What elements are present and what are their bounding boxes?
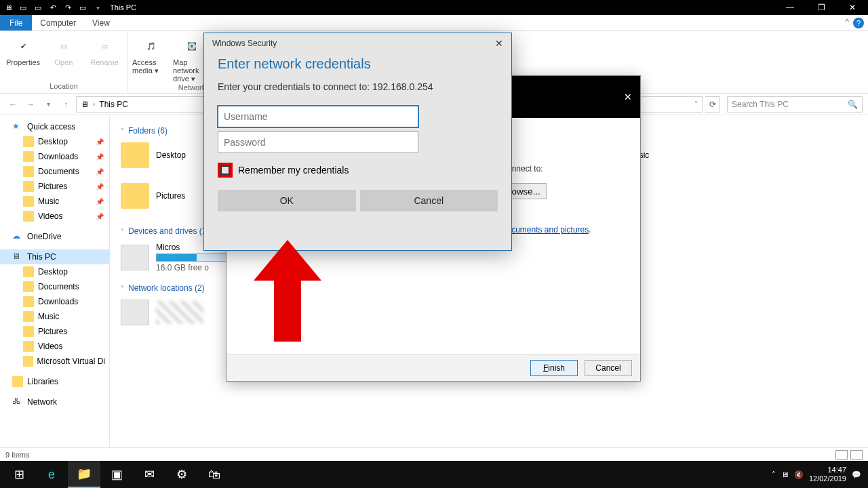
pc-icon: 🖥 bbox=[81, 100, 89, 109]
minimize-button[interactable]: — bbox=[774, 0, 806, 15]
access-media-button[interactable]: 🎵Access media ▾ bbox=[132, 33, 170, 83]
taskbar: ⊞ e 📁 ▣ ✉ ⚙ 🛍 ˄ 🖥 🔇 14:47 12/02/2019 💬 bbox=[0, 461, 868, 488]
password-input[interactable] bbox=[218, 131, 418, 153]
status-bar: 9 items bbox=[0, 447, 868, 461]
help-icon[interactable]: ? bbox=[853, 18, 864, 28]
tree-item[interactable]: Videos📌 bbox=[0, 209, 109, 224]
ql-icon[interactable]: ▭ bbox=[33, 2, 43, 13]
dialog-message: Enter your credentials to connect to: 19… bbox=[204, 79, 511, 102]
dialog-titlebar: Windows Security ✕ bbox=[204, 33, 511, 54]
pin-icon: 📌 bbox=[96, 153, 104, 161]
remember-label: Remember my credentials bbox=[238, 165, 349, 176]
remember-checkbox[interactable] bbox=[218, 163, 233, 178]
pin-icon: 📌 bbox=[96, 168, 104, 176]
dialog-close-button[interactable]: ✕ bbox=[495, 38, 503, 49]
ql-icon[interactable]: ▭ bbox=[18, 2, 28, 13]
window-title: This PC bbox=[110, 3, 136, 12]
folder-item[interactable]: Pictures bbox=[121, 183, 186, 209]
tree-this-pc[interactable]: 🖥This PC bbox=[0, 249, 109, 264]
tab-file[interactable]: File bbox=[0, 15, 32, 30]
view-large-button[interactable] bbox=[850, 450, 863, 460]
tray-volume-icon[interactable]: 🔇 bbox=[794, 470, 804, 479]
tray-clock[interactable]: 14:47 12/02/2019 bbox=[809, 466, 846, 483]
tray-notifications-icon[interactable]: 💬 bbox=[852, 470, 861, 479]
task-settings[interactable]: ⚙ bbox=[165, 461, 198, 488]
open-button[interactable]: ▭Open bbox=[45, 33, 83, 82]
tree-network[interactable]: 🖧Network bbox=[0, 394, 109, 409]
search-placeholder: Search This PC bbox=[732, 100, 789, 109]
tab-view[interactable]: View bbox=[84, 15, 118, 30]
username-input[interactable] bbox=[218, 106, 418, 127]
ql-icon[interactable]: ▭ bbox=[77, 2, 88, 13]
task-mail[interactable]: ✉ bbox=[133, 461, 165, 488]
tree-onedrive[interactable]: ☁OneDrive bbox=[0, 229, 109, 244]
tree-item[interactable]: Desktop📌 bbox=[0, 134, 109, 149]
tree-item[interactable]: Pictures📌 bbox=[0, 179, 109, 194]
wizard-cancel-button[interactable]: Cancel bbox=[585, 360, 632, 376]
ribbon-group-label: Location bbox=[4, 82, 123, 92]
tree-item[interactable]: Music bbox=[0, 309, 109, 324]
drive-usage-bar bbox=[156, 253, 237, 262]
dialog-title: Enter network credentials bbox=[204, 54, 511, 79]
history-dropdown[interactable]: ▾ bbox=[41, 100, 56, 108]
window-titlebar: 🖥 ▭ ▭ ↶ ↷ ▭ ▾ This PC — ❐ ✕ bbox=[0, 0, 868, 15]
dialog-caption: Windows Security bbox=[212, 39, 277, 48]
ribbon-tabs: File Computer View ^ ? bbox=[0, 15, 868, 31]
tree-quick-access[interactable]: ★Quick access bbox=[0, 119, 109, 134]
netloc-icon bbox=[121, 300, 149, 325]
maximize-button[interactable]: ❐ bbox=[806, 0, 837, 15]
cancel-button[interactable]: Cancel bbox=[360, 190, 498, 211]
collapse-ribbon-icon[interactable]: ^ bbox=[846, 18, 849, 26]
undo-icon[interactable]: ↶ bbox=[47, 2, 58, 13]
rename-button[interactable]: ▭Rename bbox=[85, 33, 123, 82]
tree-item[interactable]: Desktop bbox=[0, 264, 109, 279]
search-icon: 🔍 bbox=[848, 100, 858, 109]
finish-button[interactable]: Finish bbox=[530, 360, 578, 376]
search-input[interactable]: Search This PC 🔍 bbox=[727, 96, 863, 113]
quick-launch: 🖥 ▭ ▭ ↶ ↷ ▭ ▾ bbox=[3, 2, 103, 13]
pin-icon: 📌 bbox=[96, 138, 104, 146]
chevron-right-icon: › bbox=[93, 100, 95, 108]
close-button[interactable]: ✕ bbox=[837, 0, 868, 15]
status-items: 9 items bbox=[5, 451, 29, 459]
pin-icon: 📌 bbox=[96, 198, 104, 205]
system-tray[interactable]: ˄ 🖥 🔇 14:47 12/02/2019 💬 bbox=[772, 466, 865, 483]
tree-item[interactable]: Music📌 bbox=[0, 194, 109, 209]
drive-free: 16.0 GB free o bbox=[156, 263, 237, 272]
tree-item[interactable]: Downloads📌 bbox=[0, 149, 109, 164]
tree-item[interactable]: Microsoft Virtual Di bbox=[0, 354, 109, 369]
nav-tree: ★Quick access Desktop📌 Downloads📌 Docume… bbox=[0, 115, 110, 447]
view-details-button[interactable] bbox=[835, 450, 848, 460]
start-button[interactable]: ⊞ bbox=[3, 461, 35, 488]
tab-computer[interactable]: Computer bbox=[32, 15, 84, 30]
task-edge[interactable]: e bbox=[35, 461, 68, 488]
tree-item[interactable]: Documents📌 bbox=[0, 164, 109, 179]
back-button[interactable]: ← bbox=[5, 100, 20, 109]
folder-item[interactable]: Desktop bbox=[121, 142, 186, 168]
wizard-prompt: connect to: bbox=[503, 164, 621, 174]
forward-button[interactable]: → bbox=[23, 100, 38, 109]
ok-button[interactable]: OK bbox=[218, 190, 356, 211]
tree-item[interactable]: Pictures bbox=[0, 324, 109, 339]
tree-item[interactable]: Documents bbox=[0, 279, 109, 294]
task-cmd[interactable]: ▣ bbox=[100, 461, 133, 488]
task-explorer[interactable]: 📁 bbox=[68, 461, 100, 488]
tray-icon[interactable]: ˄ bbox=[772, 470, 776, 479]
redo-icon[interactable]: ↷ bbox=[62, 2, 73, 13]
breadcrumb-item[interactable]: This PC bbox=[99, 100, 128, 109]
tray-icon[interactable]: 🖥 bbox=[781, 470, 789, 479]
refresh-button[interactable]: ⟳ bbox=[705, 96, 720, 113]
task-store[interactable]: 🛍 bbox=[198, 461, 231, 488]
ql-more-icon[interactable]: ▾ bbox=[92, 2, 103, 13]
credentials-dialog: Windows Security ✕ Enter network credent… bbox=[203, 33, 512, 251]
tree-item[interactable]: Videos bbox=[0, 339, 109, 354]
pin-icon: 📌 bbox=[96, 213, 104, 220]
sys-icon: 🖥 bbox=[3, 2, 14, 13]
wizard-close-button[interactable]: ✕ bbox=[624, 92, 632, 102]
properties-button[interactable]: ✔Properties bbox=[4, 33, 42, 82]
tree-item[interactable]: Downloads bbox=[0, 294, 109, 309]
up-button[interactable]: ↑ bbox=[58, 100, 73, 109]
chevron-down-icon[interactable]: ˅ bbox=[694, 100, 698, 108]
pin-icon: 📌 bbox=[96, 183, 104, 190]
tree-libraries[interactable]: Libraries bbox=[0, 374, 109, 389]
